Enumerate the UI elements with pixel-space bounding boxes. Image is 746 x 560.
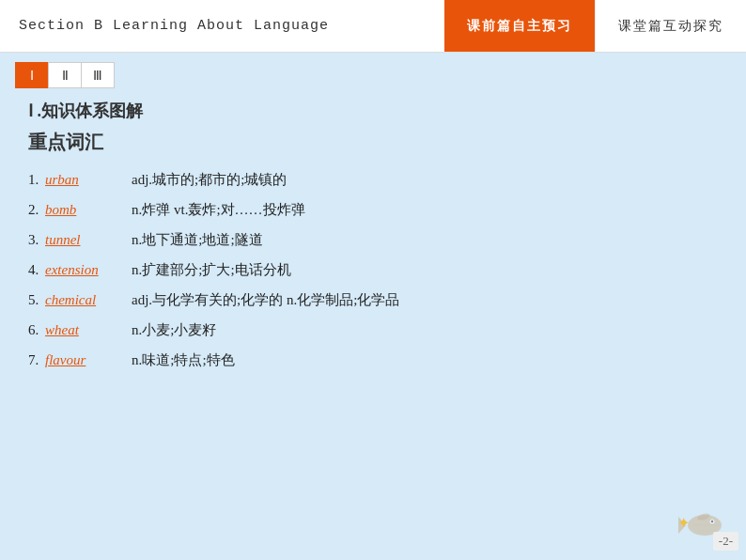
header: Section B Learning About Language 课前篇自主预… (0, 0, 746, 53)
tab-preview[interactable]: 课前篇自主预习 (444, 0, 595, 52)
vocab-def: adj.与化学有关的;化学的 n.化学制品;化学品 (132, 288, 399, 311)
vocab-word: tunnel (45, 228, 130, 251)
vocab-num: 7. (28, 349, 45, 371)
vocab-item: 6.wheatn.小麦;小麦籽 (28, 319, 718, 341)
section-heading: Ⅰ .知识体系图解 (28, 100, 718, 122)
vocab-item: 2.bombn.炸弹 vt.轰炸;对……投炸弹 (28, 198, 718, 221)
tab-classroom[interactable]: 课堂篇互动探究 (595, 0, 746, 52)
vocab-list: 1.urbanadj.城市的;都市的;城镇的2.bombn.炸弹 vt.轰炸;对… (28, 168, 718, 371)
vocab-def: n.炸弹 vt.轰炸;对……投炸弹 (132, 198, 305, 221)
vocab-num: 5. (28, 288, 45, 311)
vocab-def: n.味道;特点;特色 (132, 349, 235, 371)
svg-point-3 (711, 521, 713, 522)
vocab-num: 3. (28, 228, 45, 251)
vocab-num: 6. (28, 319, 45, 341)
header-title: Section B Learning About Language (0, 0, 444, 52)
vocab-item: 1.urbanadj.城市的;都市的;城镇的 (28, 168, 718, 191)
vocab-heading: 重点词汇 (28, 130, 718, 155)
vocab-def: n.地下通道;地道;隧道 (132, 228, 263, 251)
vocab-def: n.扩建部分;扩大;电话分机 (132, 258, 291, 281)
vocab-num: 1. (28, 168, 45, 191)
vocab-word: chemical (45, 288, 130, 311)
vocab-item: 4.extensionn.扩建部分;扩大;电话分机 (28, 258, 718, 281)
vocab-word: bomb (45, 198, 130, 221)
vocab-num: 2. (28, 198, 45, 221)
vocab-word: flavour (45, 349, 130, 371)
star-decoration: ✦ (677, 514, 690, 532)
vocab-num: 4. (28, 258, 45, 281)
roman-tabs: Ⅰ Ⅱ Ⅲ (0, 53, 746, 88)
vocab-word: wheat (45, 319, 130, 341)
roman-tab-1[interactable]: Ⅰ (15, 62, 49, 88)
vocab-item: 7.flavourn.味道;特点;特色 (28, 349, 718, 371)
vocab-def: n.小麦;小麦籽 (132, 319, 216, 341)
vocab-item: 5.chemicaladj.与化学有关的;化学的 n.化学制品;化学品 (28, 288, 718, 311)
vocab-item: 3.tunneln.地下通道;地道;隧道 (28, 228, 718, 251)
vocab-word: urban (45, 168, 130, 191)
page-number: -2- (713, 532, 738, 551)
vocab-def: adj.城市的;都市的;城镇的 (132, 168, 287, 191)
vocab-word: extension (45, 258, 130, 281)
main-content: Ⅰ .知识体系图解 重点词汇 1.urbanadj.城市的;都市的;城镇的2.b… (0, 88, 746, 381)
roman-tab-2[interactable]: Ⅱ (48, 62, 82, 88)
roman-tab-3[interactable]: Ⅲ (81, 62, 115, 88)
